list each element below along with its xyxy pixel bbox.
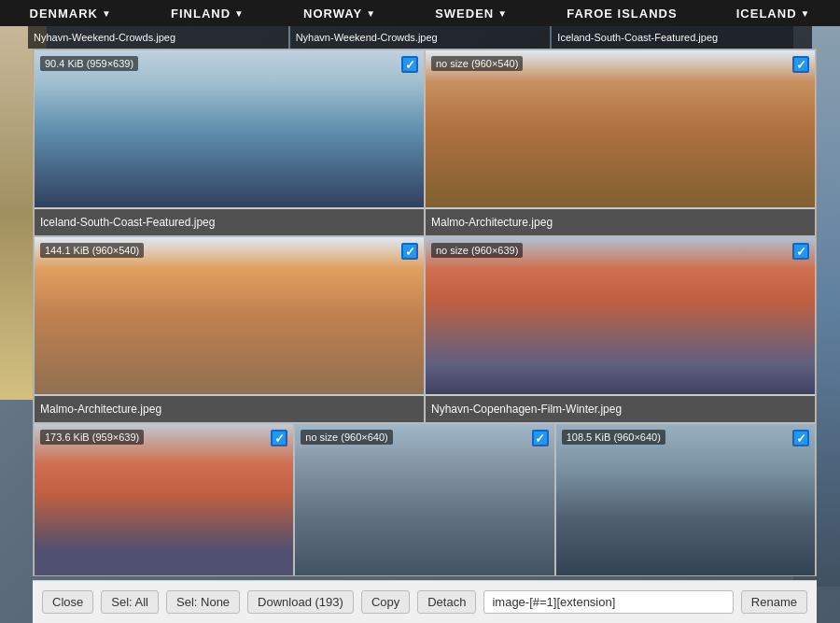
image-preview-6 xyxy=(295,424,553,576)
nav-finland-label: FINLAND xyxy=(171,7,231,21)
filename-strip: Nyhavn-Weekend-Crowds.jpeg Nyhavn-Weeken… xyxy=(28,26,812,49)
image-preview-4 xyxy=(426,237,815,394)
nav-sweden-arrow: ▼ xyxy=(497,8,508,19)
size-badge-1: 90.4 KiB (959×639) xyxy=(40,56,138,71)
nav-sweden-label: SWEDEN xyxy=(435,7,494,21)
size-badge-4: no size (960×639) xyxy=(431,243,523,258)
nav-iceland[interactable]: ICELAND ▼ xyxy=(736,7,811,21)
nav-iceland-arrow: ▼ xyxy=(801,8,811,19)
nav-finland[interactable]: FINLAND ▼ xyxy=(171,7,245,21)
close-button[interactable]: Close xyxy=(42,590,93,614)
grid-cell-1[interactable]: 90.4 KiB (959×639) Iceland-South-Coast-F… xyxy=(34,50,425,236)
checkbox-6[interactable] xyxy=(532,430,549,446)
image-preview-5 xyxy=(35,424,293,576)
nav-denmark-label: DENMARK xyxy=(30,7,98,21)
download-button[interactable]: Download (193) xyxy=(247,590,354,614)
nav-faroe[interactable]: FAROE ISLANDS xyxy=(567,7,677,21)
caption-3: Malmo-Architecture.jpeg xyxy=(35,396,424,422)
caption-4: Nyhavn-Copenhagen-Film-Winter.jpeg xyxy=(426,396,815,422)
grid-row-3: 173.6 KiB (959×639) Nyhavn-Copenhagen-Fi… xyxy=(34,423,816,576)
nav-norway[interactable]: NORWAY ▼ xyxy=(303,7,376,21)
filename-strip-item-3: Iceland-South-Coast-Featured.jpeg xyxy=(552,26,812,49)
nav-denmark[interactable]: DENMARK ▼ xyxy=(30,7,112,21)
nav-sweden[interactable]: SWEDEN ▼ xyxy=(435,7,508,21)
rename-button[interactable]: Rename xyxy=(741,590,807,614)
filename-strip-item-2: Nyhavn-Weekend-Crowds.jpeg xyxy=(290,26,551,49)
image-grid[interactable]: 90.4 KiB (959×639) Iceland-South-Coast-F… xyxy=(33,49,817,576)
checkbox-1[interactable] xyxy=(401,56,418,73)
size-badge-5: 173.6 KiB (959×639) xyxy=(40,430,144,445)
sel-none-button[interactable]: Sel: None xyxy=(166,590,240,614)
nav-denmark-arrow: ▼ xyxy=(102,8,112,19)
size-badge-2: no size (960×540) xyxy=(431,56,523,71)
checkbox-7[interactable] xyxy=(792,430,809,446)
image-preview-1 xyxy=(35,50,424,207)
checkbox-2[interactable] xyxy=(792,56,809,73)
image-preview-3 xyxy=(35,237,424,394)
size-badge-7: 108.5 KiB (960×640) xyxy=(562,430,665,445)
grid-cell-6[interactable]: no size (960×640) Iceland-Rolling-Clouds… xyxy=(294,423,554,576)
caption-text-4: Nyhavn-Copenhagen-Film-Winter.jpeg xyxy=(431,403,622,416)
nav-iceland-label: ICELAND xyxy=(736,7,797,21)
checkbox-3[interactable] xyxy=(401,243,418,260)
clouds2-image xyxy=(556,424,815,576)
nav-norway-label: NORWAY xyxy=(303,7,362,21)
grid-cell-4[interactable]: no size (960×639) Nyhavn-Copenhagen-Film… xyxy=(425,236,816,423)
waterfall-image xyxy=(35,50,424,207)
rename-input[interactable] xyxy=(483,590,733,614)
caption-text-2: Malmo-Architecture.jpeg xyxy=(431,216,553,229)
caption-1: Iceland-South-Coast-Featured.jpeg xyxy=(35,209,424,235)
image-picker-modal: 90.4 KiB (959×639) Iceland-South-Coast-F… xyxy=(33,49,831,623)
sel-all-button[interactable]: Sel: All xyxy=(101,590,159,614)
grid-cell-7[interactable]: 108.5 KiB (960×640) Iceland-Rolling-Clou… xyxy=(555,423,816,576)
grid-cell-3[interactable]: 144.1 KiB (960×540) Malmo-Architecture.j… xyxy=(34,236,425,423)
size-badge-3: 144.1 KiB (960×540) xyxy=(40,243,144,258)
copy-button[interactable]: Copy xyxy=(361,590,410,614)
colorhouses2-image xyxy=(35,237,424,394)
caption-text-1: Iceland-South-Coast-Featured.jpeg xyxy=(40,216,215,229)
nav-norway-arrow: ▼ xyxy=(366,8,376,19)
nav-faroe-label: FAROE ISLANDS xyxy=(567,7,677,21)
size-badge-6: no size (960×640) xyxy=(301,430,392,445)
colorhouses1-image xyxy=(426,50,815,207)
caption-2: Malmo-Architecture.jpeg xyxy=(426,209,815,235)
nav-finland-arrow: ▼ xyxy=(234,8,245,19)
bottom-toolbar: Close Sel: All Sel: None Download (193) … xyxy=(33,580,817,623)
nyhavn2-image xyxy=(35,424,293,576)
grid-cell-2[interactable]: no size (960×540) Malmo-Architecture.jpe… xyxy=(425,50,816,236)
clouds1-image xyxy=(295,424,553,576)
detach-button[interactable]: Detach xyxy=(417,590,476,614)
grid-cell-5[interactable]: 173.6 KiB (959×639) Nyhavn-Copenhagen-Fi… xyxy=(34,423,294,576)
image-preview-2 xyxy=(426,50,815,207)
checkbox-4[interactable] xyxy=(792,243,809,260)
caption-text-3: Malmo-Architecture.jpeg xyxy=(40,403,161,416)
nav-bar: DENMARK ▼ FINLAND ▼ NORWAY ▼ SWEDEN ▼ FA… xyxy=(0,0,840,26)
filename-strip-item-1: Nyhavn-Weekend-Crowds.jpeg xyxy=(28,26,288,49)
checkbox-5[interactable] xyxy=(271,430,287,446)
image-preview-7 xyxy=(556,424,815,576)
nyhavn-image xyxy=(426,237,815,394)
